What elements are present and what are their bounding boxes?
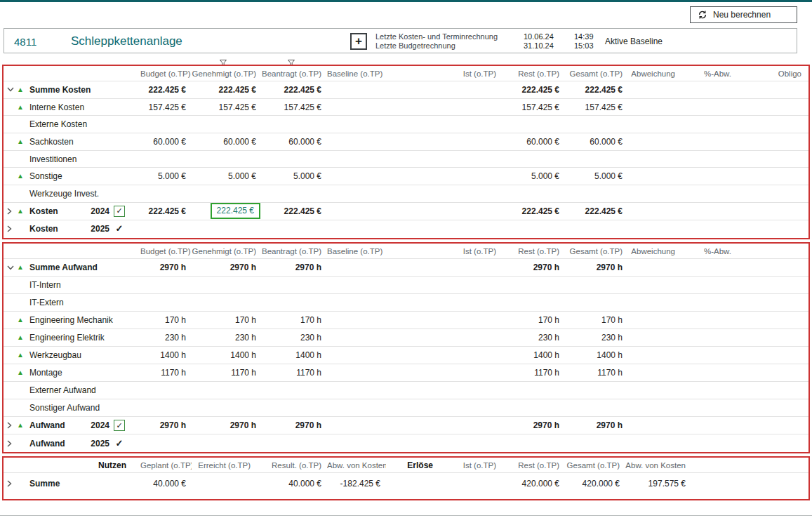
value-cell[interactable]: 157.425 € <box>565 102 628 112</box>
value-cell[interactable]: -182.425 € <box>327 479 386 489</box>
column-header[interactable]: Gesamt (o.TP) <box>565 247 628 255</box>
column-header[interactable]: Genehmigt (o.TP) <box>192 69 262 78</box>
recalculate-button[interactable]: Neu berechnen <box>690 6 797 23</box>
value-cell[interactable]: 222.425 € <box>140 85 192 95</box>
column-header[interactable]: %-Abw. <box>681 247 737 255</box>
value-cell[interactable]: 1400 h <box>565 350 628 360</box>
column-header[interactable]: Baseline (o.TP) <box>327 69 386 78</box>
value-cell[interactable]: 60.000 € <box>262 137 327 147</box>
value-cell[interactable]: 5.000 € <box>502 171 565 181</box>
value-cell[interactable]: 60.000 € <box>192 137 262 147</box>
value-cell[interactable]: 157.425 € <box>262 102 327 112</box>
value-cell[interactable]: 222.425 € <box>262 206 327 216</box>
value-cell[interactable]: 222.425 € <box>192 203 262 219</box>
value-cell[interactable]: 2970 h <box>502 263 565 272</box>
column-header[interactable]: Rest (o.TP) <box>502 461 565 470</box>
column-header[interactable]: Erlöse <box>386 460 439 470</box>
value-cell[interactable]: 222.425 € <box>502 206 565 216</box>
value-cell[interactable]: 230 h <box>140 333 192 343</box>
column-header[interactable]: Genehmigt (o.TP) <box>192 247 262 255</box>
value-cell[interactable]: 2970 h <box>262 263 327 272</box>
value-cell[interactable]: 1400 h <box>140 350 192 360</box>
column-header[interactable]: Abw. von Kosten <box>625 461 691 470</box>
value-cell[interactable]: 170 h <box>140 315 192 325</box>
value-cell[interactable]: 222.425 € <box>262 85 327 95</box>
column-header[interactable]: Obligo <box>737 69 807 78</box>
value-cell[interactable]: 2970 h <box>192 263 262 272</box>
value-cell[interactable]: 1400 h <box>192 350 262 360</box>
value-cell[interactable]: 2970 h <box>565 263 628 272</box>
check-icon[interactable]: ✓ <box>114 223 125 234</box>
check-icon[interactable]: ✓ <box>114 438 125 449</box>
chevron-right-icon[interactable] <box>7 480 17 487</box>
value-cell[interactable]: 420.000 € <box>565 479 625 489</box>
value-cell[interactable]: 2970 h <box>565 420 628 430</box>
value-cell[interactable]: 2970 h <box>192 420 262 430</box>
value-cell[interactable]: 5.000 € <box>565 171 628 181</box>
value-cell[interactable]: 170 h <box>565 315 628 325</box>
value-cell[interactable]: 5.000 € <box>192 171 262 181</box>
column-header[interactable]: Gesamt (o.TP) <box>565 69 628 78</box>
year-checkbox-checked[interactable]: ✓ <box>114 420 125 431</box>
column-header[interactable]: Beantragt (o.TP) <box>262 247 327 255</box>
column-header[interactable]: Abw. von Kosten <box>327 461 386 470</box>
value-cell[interactable]: 157.425 € <box>502 102 565 112</box>
chevron-right-icon[interactable] <box>7 422 17 429</box>
column-header[interactable]: Rest (o.TP) <box>502 247 565 255</box>
value-cell[interactable]: 1400 h <box>262 350 327 360</box>
value-cell[interactable]: 40.000 € <box>256 479 327 489</box>
expand-plus-button[interactable]: + <box>350 33 367 50</box>
value-cell[interactable]: 1170 h <box>502 368 565 378</box>
value-cell[interactable]: 197.575 € <box>625 479 691 489</box>
chevron-right-icon[interactable] <box>7 208 17 215</box>
value-cell[interactable]: 222.425 € <box>140 206 192 216</box>
value-cell[interactable]: 60.000 € <box>565 137 628 147</box>
chevron-down-icon[interactable] <box>7 87 17 92</box>
value-cell[interactable]: 1170 h <box>140 368 192 378</box>
column-header[interactable]: Gesamt (o.TP) <box>565 461 625 470</box>
value-cell[interactable]: 230 h <box>565 333 628 343</box>
value-cell[interactable]: 157.425 € <box>192 102 262 112</box>
column-header[interactable]: Geplant (o.TP) <box>140 461 192 470</box>
value-cell[interactable]: 222.425 € <box>565 85 628 95</box>
value-cell[interactable]: 420.000 € <box>502 479 565 489</box>
column-header[interactable]: Abweichung <box>628 69 681 78</box>
column-header[interactable]: Ist (o.TP) <box>386 69 502 78</box>
column-header[interactable]: Rest (o.TP) <box>502 69 565 78</box>
value-cell[interactable]: 60.000 € <box>502 137 565 147</box>
value-cell[interactable]: 40.000 € <box>140 479 192 489</box>
column-header[interactable]: Budget (o.TP) <box>140 247 192 255</box>
value-cell[interactable]: 170 h <box>502 315 565 325</box>
value-cell[interactable]: 2970 h <box>140 420 192 430</box>
chevron-right-icon[interactable] <box>7 225 17 232</box>
value-cell[interactable]: 170 h <box>262 315 327 325</box>
value-cell[interactable]: 222.425 € <box>192 85 262 95</box>
value-cell[interactable]: 1170 h <box>262 368 327 378</box>
value-cell[interactable]: 222.425 € <box>565 206 628 216</box>
value-cell[interactable]: 2970 h <box>140 263 192 272</box>
column-header[interactable]: Abweichung <box>628 247 681 255</box>
value-cell[interactable]: 230 h <box>262 333 327 343</box>
column-header[interactable]: %-Abw. <box>681 69 737 78</box>
column-header[interactable]: Erreicht (o.TP) <box>192 461 256 470</box>
value-cell[interactable]: 222.425 € <box>502 85 565 95</box>
column-header[interactable]: Budget (o.TP) <box>140 69 192 78</box>
value-cell[interactable]: 1170 h <box>192 368 262 378</box>
value-cell[interactable]: 1400 h <box>502 350 565 360</box>
value-cell[interactable]: 170 h <box>192 315 262 325</box>
value-cell[interactable]: 60.000 € <box>140 137 192 147</box>
value-cell[interactable]: 1170 h <box>565 368 628 378</box>
column-header[interactable]: Beantragt (o.TP) <box>262 69 327 78</box>
column-header[interactable]: Ist (o.TP) <box>386 247 502 255</box>
value-cell[interactable]: 5.000 € <box>140 171 192 181</box>
value-cell[interactable]: 157.425 € <box>140 102 192 112</box>
value-cell[interactable]: 2970 h <box>502 420 565 430</box>
chevron-right-icon[interactable] <box>7 440 17 447</box>
column-header[interactable]: Baseline (o.TP) <box>327 247 386 255</box>
value-cell[interactable]: 230 h <box>192 333 262 343</box>
value-cell[interactable]: 230 h <box>502 333 565 343</box>
selected-cell-value[interactable]: 222.425 € <box>211 203 260 219</box>
chevron-down-icon[interactable] <box>7 265 17 270</box>
column-header[interactable]: Result. (o.TP) <box>256 461 327 470</box>
value-cell[interactable]: 5.000 € <box>262 171 327 181</box>
